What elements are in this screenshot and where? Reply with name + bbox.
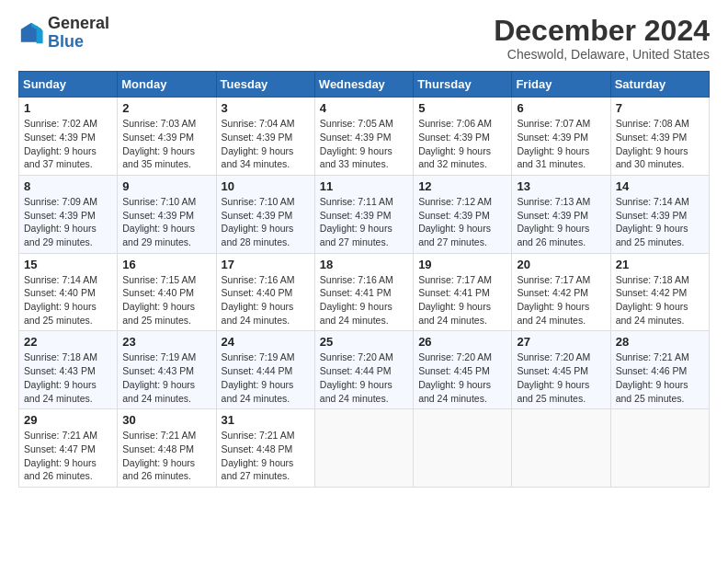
cell-info: Sunrise: 7:18 AMSunset: 4:42 PMDaylight:…: [616, 274, 689, 326]
day-header-friday: Friday: [512, 72, 610, 98]
day-number: 3: [222, 101, 310, 115]
cell-info: Sunrise: 7:05 AMSunset: 4:39 PMDaylight:…: [320, 118, 393, 169]
logo-text: General Blue: [48, 15, 109, 52]
cell-info: Sunrise: 7:15 AMSunset: 4:40 PMDaylight:…: [122, 274, 196, 326]
week-row-1: 1 Sunrise: 7:02 AMSunset: 4:39 PMDayligh…: [19, 98, 710, 176]
calendar-cell: 22 Sunrise: 7:18 AMSunset: 4:43 PMDaylig…: [19, 331, 118, 409]
calendar-cell: 24 Sunrise: 7:19 AMSunset: 4:44 PMDaylig…: [216, 331, 314, 409]
cell-info: Sunrise: 7:10 AMSunset: 4:39 PMDaylight:…: [122, 196, 196, 247]
cell-info: Sunrise: 7:16 AMSunset: 4:41 PMDaylight:…: [320, 274, 393, 326]
calendar-cell: 6 Sunrise: 7:07 AMSunset: 4:39 PMDayligh…: [512, 98, 610, 176]
calendar-cell: [610, 409, 709, 488]
calendar-cell: 2 Sunrise: 7:03 AMSunset: 4:39 PMDayligh…: [118, 98, 216, 176]
cell-info: Sunrise: 7:21 AMSunset: 4:47 PMDaylight:…: [24, 430, 97, 481]
calendar-cell: 23 Sunrise: 7:19 AMSunset: 4:43 PMDaylig…: [118, 331, 216, 409]
day-number: 14: [616, 179, 704, 193]
day-number: 23: [122, 335, 210, 349]
week-row-4: 22 Sunrise: 7:18 AMSunset: 4:43 PMDaylig…: [19, 331, 710, 409]
calendar-cell: [512, 409, 610, 488]
calendar-cell: 12 Sunrise: 7:12 AMSunset: 4:39 PMDaylig…: [414, 175, 512, 253]
day-number: 28: [616, 335, 704, 349]
day-number: 21: [616, 258, 704, 271]
day-number: 16: [122, 258, 210, 271]
calendar-table: SundayMondayTuesdayWednesdayThursdayFrid…: [18, 71, 710, 488]
day-number: 4: [320, 101, 408, 115]
day-number: 6: [517, 101, 605, 115]
calendar-cell: 18 Sunrise: 7:16 AMSunset: 4:41 PMDaylig…: [314, 253, 413, 331]
calendar-cell: 7 Sunrise: 7:08 AMSunset: 4:39 PMDayligh…: [610, 98, 709, 176]
cell-info: Sunrise: 7:21 AMSunset: 4:46 PMDaylight:…: [616, 351, 689, 403]
day-number: 1: [24, 101, 112, 115]
calendar-cell: 29 Sunrise: 7:21 AMSunset: 4:47 PMDaylig…: [19, 409, 118, 488]
cell-info: Sunrise: 7:12 AMSunset: 4:39 PMDaylight:…: [418, 196, 492, 247]
calendar-cell: 26 Sunrise: 7:20 AMSunset: 4:45 PMDaylig…: [414, 331, 512, 409]
cell-info: Sunrise: 7:06 AMSunset: 4:39 PMDaylight:…: [418, 118, 492, 169]
cell-info: Sunrise: 7:21 AMSunset: 4:48 PMDaylight:…: [122, 430, 196, 481]
cell-info: Sunrise: 7:14 AMSunset: 4:39 PMDaylight:…: [616, 196, 689, 247]
calendar-cell: 3 Sunrise: 7:04 AMSunset: 4:39 PMDayligh…: [216, 98, 314, 176]
calendar-cell: 15 Sunrise: 7:14 AMSunset: 4:40 PMDaylig…: [19, 253, 118, 331]
day-number: 20: [517, 258, 605, 271]
day-header-monday: Monday: [118, 72, 216, 98]
calendar-cell: 25 Sunrise: 7:20 AMSunset: 4:44 PMDaylig…: [314, 331, 413, 409]
day-number: 11: [320, 179, 408, 193]
calendar-cell: 10 Sunrise: 7:10 AMSunset: 4:39 PMDaylig…: [216, 175, 314, 253]
calendar-cell: 5 Sunrise: 7:06 AMSunset: 4:39 PMDayligh…: [414, 98, 512, 176]
day-number: 5: [418, 101, 506, 115]
day-number: 30: [122, 413, 210, 427]
logo: General Blue: [18, 15, 109, 52]
day-number: 15: [24, 258, 112, 271]
calendar-cell: 16 Sunrise: 7:15 AMSunset: 4:40 PMDaylig…: [118, 253, 216, 331]
logo-blue: Blue: [48, 32, 84, 51]
calendar-title: December 2024: [494, 15, 710, 47]
calendar-cell: 31 Sunrise: 7:21 AMSunset: 4:48 PMDaylig…: [216, 409, 314, 488]
cell-info: Sunrise: 7:09 AMSunset: 4:39 PMDaylight:…: [24, 196, 97, 247]
days-header-row: SundayMondayTuesdayWednesdayThursdayFrid…: [19, 72, 710, 98]
day-header-wednesday: Wednesday: [314, 72, 413, 98]
calendar-cell: [414, 409, 512, 488]
calendar-cell: 14 Sunrise: 7:14 AMSunset: 4:39 PMDaylig…: [610, 175, 709, 253]
page-container: General Blue December 2024 Cheswold, Del…: [18, 15, 710, 488]
cell-info: Sunrise: 7:17 AMSunset: 4:42 PMDaylight:…: [517, 274, 590, 326]
day-header-saturday: Saturday: [610, 72, 709, 98]
cell-info: Sunrise: 7:08 AMSunset: 4:39 PMDaylight:…: [616, 118, 689, 169]
cell-info: Sunrise: 7:21 AMSunset: 4:48 PMDaylight:…: [222, 430, 295, 481]
day-header-thursday: Thursday: [414, 72, 512, 98]
week-row-5: 29 Sunrise: 7:21 AMSunset: 4:47 PMDaylig…: [19, 409, 710, 488]
cell-info: Sunrise: 7:17 AMSunset: 4:41 PMDaylight:…: [418, 274, 492, 326]
calendar-cell: 27 Sunrise: 7:20 AMSunset: 4:45 PMDaylig…: [512, 331, 610, 409]
calendar-subtitle: Cheswold, Delaware, United States: [494, 47, 710, 62]
day-number: 25: [320, 335, 408, 349]
cell-info: Sunrise: 7:20 AMSunset: 4:45 PMDaylight:…: [418, 351, 492, 403]
cell-info: Sunrise: 7:11 AMSunset: 4:39 PMDaylight:…: [320, 196, 393, 247]
day-number: 27: [517, 335, 605, 349]
calendar-cell: 28 Sunrise: 7:21 AMSunset: 4:46 PMDaylig…: [610, 331, 709, 409]
title-area: December 2024 Cheswold, Delaware, United…: [494, 15, 710, 62]
logo-general: General: [48, 14, 109, 32]
week-row-3: 15 Sunrise: 7:14 AMSunset: 4:40 PMDaylig…: [19, 253, 710, 331]
day-number: 8: [24, 179, 112, 193]
cell-info: Sunrise: 7:13 AMSunset: 4:39 PMDaylight:…: [517, 196, 590, 247]
day-number: 31: [222, 413, 310, 427]
calendar-cell: 30 Sunrise: 7:21 AMSunset: 4:48 PMDaylig…: [118, 409, 216, 488]
day-header-sunday: Sunday: [19, 72, 118, 98]
calendar-cell: 13 Sunrise: 7:13 AMSunset: 4:39 PMDaylig…: [512, 175, 610, 253]
calendar-cell: 1 Sunrise: 7:02 AMSunset: 4:39 PMDayligh…: [19, 98, 118, 176]
day-number: 29: [24, 413, 112, 427]
cell-info: Sunrise: 7:07 AMSunset: 4:39 PMDaylight:…: [517, 118, 590, 169]
cell-info: Sunrise: 7:20 AMSunset: 4:44 PMDaylight:…: [320, 351, 393, 403]
day-number: 2: [122, 101, 210, 115]
calendar-cell: 11 Sunrise: 7:11 AMSunset: 4:39 PMDaylig…: [314, 175, 413, 253]
day-number: 24: [222, 335, 310, 349]
cell-info: Sunrise: 7:19 AMSunset: 4:43 PMDaylight:…: [122, 351, 196, 403]
cell-info: Sunrise: 7:10 AMSunset: 4:39 PMDaylight:…: [222, 196, 295, 247]
day-header-tuesday: Tuesday: [216, 72, 314, 98]
cell-info: Sunrise: 7:19 AMSunset: 4:44 PMDaylight:…: [222, 351, 295, 403]
day-number: 12: [418, 179, 506, 193]
day-number: 17: [222, 258, 310, 271]
cell-info: Sunrise: 7:02 AMSunset: 4:39 PMDaylight:…: [24, 118, 97, 169]
calendar-cell: 17 Sunrise: 7:16 AMSunset: 4:40 PMDaylig…: [216, 253, 314, 331]
calendar-cell: 4 Sunrise: 7:05 AMSunset: 4:39 PMDayligh…: [314, 98, 413, 176]
calendar-cell: 20 Sunrise: 7:17 AMSunset: 4:42 PMDaylig…: [512, 253, 610, 331]
week-row-2: 8 Sunrise: 7:09 AMSunset: 4:39 PMDayligh…: [19, 175, 710, 253]
